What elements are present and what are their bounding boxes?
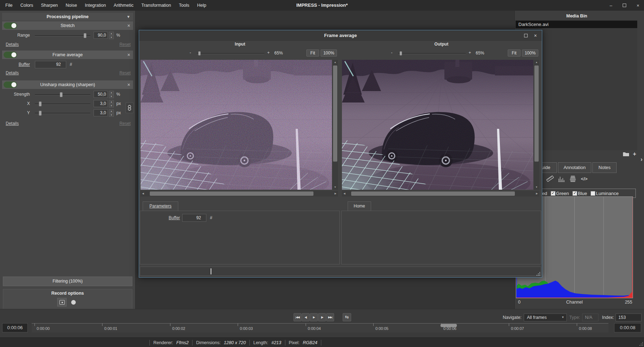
remove-module-icon[interactable]: × [127,51,130,59]
spin-up-icon[interactable]: ▲ [109,109,114,113]
zoom-out-button[interactable]: - [190,50,191,55]
media-bin-item[interactable]: DarkScene.avi [516,21,637,28]
pipeline-header[interactable]: Processing pipeline ▾ [2,13,133,21]
skip-to-end-button[interactable]: ▶▶| [326,313,334,321]
range-spinner[interactable]: ▲▼ [109,32,114,39]
strength-spinner[interactable]: ▲▼ [109,91,114,98]
strength-slider[interactable] [35,94,90,95]
dialog-close-icon[interactable]: × [534,30,537,41]
slider-thumb[interactable] [84,33,86,38]
spin-up-icon[interactable]: ▲ [109,32,114,35]
play-button[interactable]: ▶ [310,313,318,321]
menu-help[interactable]: Help [193,0,210,11]
slider-thumb[interactable] [60,92,63,97]
slider-thumb[interactable] [198,51,201,56]
blue-checkbox[interactable] [572,191,577,196]
scroll-left-icon[interactable]: ◀ [141,191,146,196]
input-image[interactable] [141,60,332,190]
step-forward-button[interactable]: |▶ [318,313,326,321]
timeline-ruler[interactable]: 0:00:00 0:00:01 0:00:02 0:00:03 0:00:04 … [32,323,608,332]
menu-file[interactable]: File [1,0,16,11]
reset-link[interactable]: Reset [120,121,131,126]
spin-up-icon[interactable]: ▲ [109,100,114,104]
slider-thumb[interactable] [39,111,42,116]
buffer-label-link[interactable]: Buffer [0,62,30,67]
scroll-right-icon[interactable]: ▶ [534,191,539,196]
scroll-up-icon[interactable]: ▲ [534,60,539,65]
remove-module-icon[interactable]: × [127,21,130,30]
range-value-input[interactable]: 90,0 [94,32,108,39]
menu-transformation[interactable]: Transformation [137,0,175,11]
reset-link[interactable]: Reset [120,42,131,47]
menu-sharpen[interactable]: Sharpen [37,0,62,11]
zoom-slider[interactable] [398,53,466,54]
spin-down-icon[interactable]: ▼ [109,36,114,39]
playhead[interactable] [440,324,457,327]
reset-link[interactable]: Reset [120,70,131,75]
scrollbar-thumb[interactable] [150,191,313,196]
input-horizontal-scrollbar[interactable]: ◀ ▶ [141,191,338,196]
slider-thumb[interactable] [39,101,42,106]
range-slider[interactable] [35,35,90,36]
folder-icon[interactable] [623,151,629,157]
zoom-100-button[interactable]: 100% [321,49,337,57]
fit-button[interactable]: Fit [508,49,521,57]
scrollbar-thumb[interactable] [351,191,515,196]
tab-parameters[interactable]: Parameters [143,201,178,211]
add-media-icon[interactable]: + [633,151,636,157]
green-checkbox[interactable] [551,191,555,196]
dialog-status-input[interactable] [140,267,541,276]
x-slider[interactable] [35,104,90,105]
zoom-in-button[interactable]: + [469,50,471,55]
menu-noise[interactable]: Noise [62,0,81,11]
window-resize-grip[interactable] [639,342,643,346]
dialog-titlebar[interactable]: Frame average × [139,30,542,41]
step-back-button[interactable]: ◀| [302,313,310,321]
scroll-down-icon[interactable]: ▼ [332,185,338,190]
menu-tools[interactable]: Tools [175,0,193,11]
scroll-down-icon[interactable]: ▼ [534,185,539,190]
index-input[interactable]: 153 [616,314,642,321]
spin-down-icon[interactable]: ▼ [109,95,114,98]
scroll-left-icon[interactable]: ◀ [342,191,347,196]
output-horizontal-scrollbar[interactable]: ◀ ▶ [342,191,539,196]
dialog-resize-grip[interactable] [536,272,540,276]
dialog-maximize-icon[interactable] [524,34,528,37]
code-tool-icon[interactable]: </> [580,174,589,184]
loop-button[interactable]: ⇆ [343,313,351,321]
scrollbar-thumb[interactable] [534,65,539,162]
zoom-in-button[interactable]: + [267,50,270,55]
tab-annotation[interactable]: Annotation [558,162,591,173]
buffer-label-link[interactable]: Buffer [169,215,180,220]
close-icon[interactable]: × [635,3,640,8]
link-xy-icon[interactable] [126,102,133,113]
menu-colors[interactable]: Colors [16,0,37,11]
navigate-dropdown[interactable]: All frames▼ [524,314,567,321]
fit-button[interactable]: Fit [306,49,319,57]
zoom-100-button[interactable]: 100% [522,49,538,57]
details-link[interactable]: Details [6,42,19,47]
menu-arithmetic[interactable]: Arithmetic [110,0,138,11]
zoom-slider[interactable] [197,53,264,54]
channel-luminance[interactable]: Luminance [591,191,619,196]
tab-home[interactable]: Home [348,201,371,211]
scroll-right-icon[interactable]: ▶ [333,191,338,196]
record-button[interactable] [69,298,78,306]
zoom-out-button[interactable]: - [391,50,392,55]
y-value-input[interactable]: 3,0 [94,109,108,116]
spin-down-icon[interactable]: ▼ [109,113,114,117]
expand-panel-chevron-icon[interactable]: › [640,156,643,163]
x-spinner[interactable]: ▲▼ [109,100,114,107]
channel-green[interactable]: Green [551,191,569,196]
spin-up-icon[interactable]: ▲ [109,91,114,94]
buffer-value-input[interactable]: 92 [35,61,66,68]
slider-thumb[interactable] [400,51,402,56]
filtering-progress-button[interactable]: Filtering (100%) [3,277,132,286]
histogram-tool-icon[interactable] [557,174,566,184]
x-value-input[interactable]: 3,0 [94,100,108,107]
y-spinner[interactable]: ▲▼ [109,109,114,116]
strength-value-input[interactable]: 50,0 [94,91,108,98]
layers-tool-icon[interactable] [568,174,577,184]
remove-module-icon[interactable]: × [127,80,130,89]
channel-blue[interactable]: Blue [572,191,587,196]
